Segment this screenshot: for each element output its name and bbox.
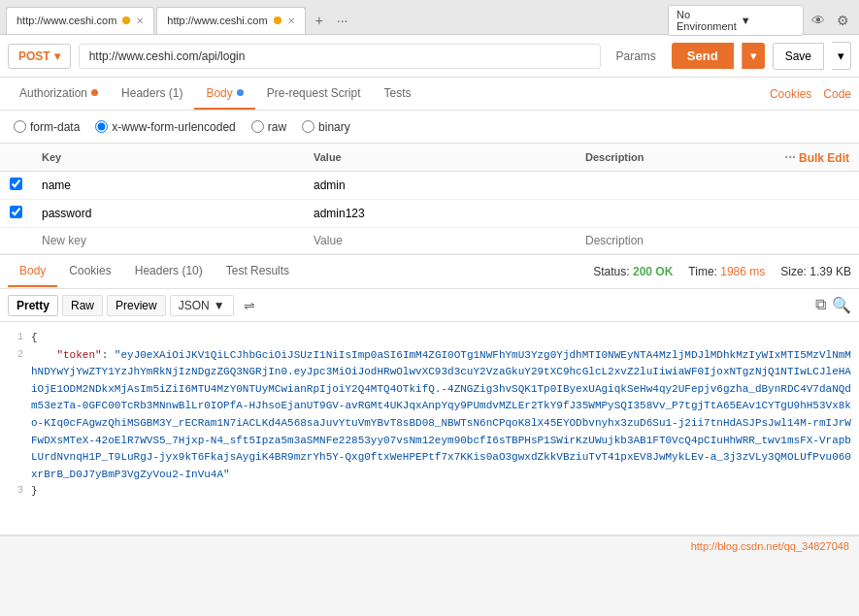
resp-format-right: ⧉ 🔍 bbox=[815, 296, 851, 314]
tab-2[interactable]: http://www.ceshi.com ✕ bbox=[156, 7, 305, 34]
time-prefix: Time: bbox=[688, 265, 717, 278]
format-chevron-icon: ▼ bbox=[214, 299, 225, 312]
send-button[interactable]: Send bbox=[672, 43, 734, 69]
line-content-3: } bbox=[31, 483, 859, 501]
tab-tests[interactable]: Tests bbox=[372, 79, 422, 110]
tab-url-1: http://www.ceshi.com bbox=[17, 15, 116, 26]
raw-option[interactable]: raw bbox=[246, 118, 292, 136]
tab-prerequest[interactable]: Pre-request Script bbox=[255, 79, 373, 110]
binary-option[interactable]: binary bbox=[296, 118, 356, 136]
line-num-3: 3 bbox=[0, 483, 31, 501]
copy-icon[interactable]: ⧉ bbox=[815, 296, 826, 314]
save-button[interactable]: Save bbox=[773, 43, 824, 70]
method-label: POST bbox=[18, 49, 50, 63]
row2-checkbox[interactable] bbox=[10, 206, 22, 218]
resp-test-results-label: Test Results bbox=[226, 264, 289, 277]
url-input[interactable] bbox=[79, 44, 601, 69]
new-value-input[interactable] bbox=[314, 234, 566, 247]
tests-label: Tests bbox=[383, 86, 411, 100]
row2-desc-input[interactable] bbox=[585, 207, 752, 220]
line-num-2: 2 bbox=[0, 347, 31, 484]
json-line-1: 1 { bbox=[0, 330, 859, 347]
resp-body-label: Body bbox=[19, 264, 46, 277]
urlencoded-option[interactable]: x-www-form-urlencoded bbox=[89, 118, 241, 136]
tab-body[interactable]: Body bbox=[194, 79, 254, 110]
urlencoded-label: x-www-form-urlencoded bbox=[112, 120, 235, 134]
send-arrow-button[interactable]: ▾ bbox=[742, 43, 765, 69]
resp-tab-test-results[interactable]: Test Results bbox=[215, 256, 301, 287]
checkbox-header bbox=[0, 144, 32, 172]
new-tab-button[interactable]: + bbox=[308, 9, 331, 32]
binary-label: binary bbox=[318, 120, 350, 134]
tab-close-2[interactable]: ✕ bbox=[287, 16, 295, 26]
row2-key-input[interactable] bbox=[42, 207, 294, 220]
more-tabs-button[interactable]: ··· bbox=[331, 9, 354, 32]
time-label: Time: 1986 ms bbox=[688, 265, 765, 278]
body-label: Body bbox=[206, 86, 232, 100]
more-dots[interactable]: ··· bbox=[784, 149, 796, 165]
prerequest-label: Pre-request Script bbox=[267, 86, 361, 100]
resp-headers-label: Headers (10) bbox=[135, 264, 203, 277]
time-value: 1986 ms bbox=[720, 265, 765, 278]
json-response-area[interactable]: 1 { 2 "token": "eyJ0eXAiOiJKV1QiLCJhbGci… bbox=[0, 322, 859, 535]
raw-label: raw bbox=[268, 120, 286, 134]
binary-radio[interactable] bbox=[302, 120, 314, 133]
format-selector[interactable]: JSON ▼ bbox=[170, 295, 234, 316]
resp-tab-body[interactable]: Body bbox=[8, 256, 57, 287]
tab-dot-1 bbox=[122, 16, 130, 24]
eye-icon-button[interactable]: 👁 bbox=[808, 9, 829, 32]
value-header: Value bbox=[304, 144, 576, 172]
row1-desc-input[interactable] bbox=[585, 178, 752, 192]
new-key-input[interactable] bbox=[42, 234, 294, 247]
env-chevron-icon: ▼ bbox=[741, 15, 795, 26]
params-button[interactable]: Params bbox=[609, 45, 664, 68]
raw-button[interactable]: Raw bbox=[62, 295, 103, 316]
resp-cookies-label: Cookies bbox=[69, 264, 111, 277]
response-status-bar: Status: 200 OK Time: 1986 ms Size: 1.39 … bbox=[593, 265, 851, 278]
authorization-label: Authorization bbox=[19, 86, 87, 100]
request-tabs-bar: Authorization Headers (1) Body Pre-reque… bbox=[0, 78, 859, 111]
tab-close-1[interactable]: ✕ bbox=[136, 16, 144, 26]
url-bar: POST ▾ Params Send ▾ Save ▾ bbox=[0, 35, 859, 78]
urlencoded-radio[interactable] bbox=[95, 120, 108, 133]
save-arrow-button[interactable]: ▾ bbox=[832, 42, 851, 70]
row1-value-input[interactable] bbox=[314, 178, 566, 192]
code-link[interactable]: Code bbox=[823, 87, 851, 101]
form-data-option[interactable]: form-data bbox=[8, 118, 85, 136]
tab-headers[interactable]: Headers (1) bbox=[110, 79, 194, 110]
raw-radio[interactable] bbox=[251, 120, 264, 133]
pretty-button[interactable]: Pretty bbox=[8, 295, 58, 316]
key-header: Key bbox=[32, 144, 304, 172]
tab-authorization[interactable]: Authorization bbox=[8, 79, 110, 110]
wrap-icon[interactable]: ⇌ bbox=[244, 298, 255, 313]
row2-value-input[interactable] bbox=[314, 207, 566, 220]
browser-right-controls: No Environment ▼ 👁 ⚙ bbox=[668, 5, 853, 36]
form-data-radio[interactable] bbox=[14, 120, 26, 133]
cookies-link[interactable]: Cookies bbox=[770, 87, 811, 101]
search-icon[interactable]: 🔍 bbox=[832, 296, 851, 314]
preview-button[interactable]: Preview bbox=[107, 295, 166, 316]
new-desc-input[interactable] bbox=[585, 234, 752, 247]
tab-1[interactable]: http://www.ceshi.com ✕ bbox=[6, 7, 154, 34]
row1-checkbox[interactable] bbox=[10, 178, 22, 190]
bulk-edit-button[interactable]: Bulk Edit bbox=[799, 151, 849, 165]
authorization-dot-icon bbox=[91, 89, 98, 96]
status-prefix: Status: bbox=[593, 265, 629, 278]
resp-tab-headers[interactable]: Headers (10) bbox=[123, 256, 215, 287]
row1-key-input[interactable] bbox=[42, 178, 294, 192]
line-content-1: { bbox=[31, 330, 859, 347]
resp-tab-cookies[interactable]: Cookies bbox=[57, 256, 122, 287]
settings-icon-button[interactable]: ⚙ bbox=[833, 9, 853, 32]
description-header: Description bbox=[576, 144, 762, 172]
method-chevron-icon: ▾ bbox=[54, 49, 60, 63]
form-table: Key Value Description ··· Bulk Edit bbox=[0, 144, 859, 254]
headers-label: Headers (1) bbox=[121, 86, 182, 100]
method-selector[interactable]: POST ▾ bbox=[8, 44, 71, 69]
body-dot-icon bbox=[237, 89, 244, 96]
form-data-label: form-data bbox=[30, 120, 80, 134]
body-type-bar: form-data x-www-form-urlencoded raw bina… bbox=[0, 111, 859, 144]
env-selector[interactable]: No Environment ▼ bbox=[668, 5, 804, 36]
browser-tabs-bar: http://www.ceshi.com ✕ http://www.ceshi.… bbox=[0, 0, 859, 35]
response-tabs-bar: Body Cookies Headers (10) Test Results S… bbox=[0, 254, 859, 289]
tab-url-2: http://www.ceshi.com bbox=[167, 15, 267, 26]
